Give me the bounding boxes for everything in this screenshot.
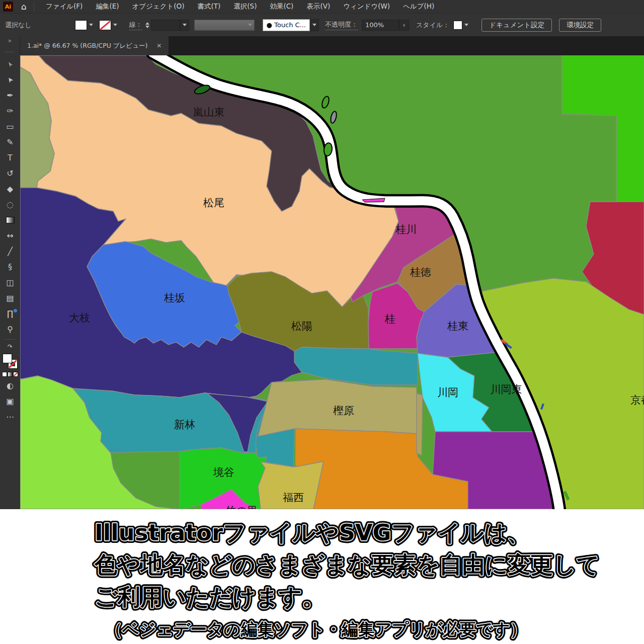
illustrator-logo-icon: Ai: [3, 2, 13, 12]
lasso-tool[interactable]: ◌: [2, 197, 19, 212]
menu-separator: [34, 2, 34, 11]
edit-toolbar-icon[interactable]: ⋯: [2, 409, 19, 425]
menu-select[interactable]: 選択(S): [227, 2, 263, 11]
stroke-weight-label[interactable]: 線：: [129, 20, 142, 30]
menu-effect[interactable]: 効果(C): [263, 2, 300, 11]
label-takenosato: 竹の里: [225, 505, 258, 509]
document-tab-title: 1.ai* @ 66.67 % (RGB/CPU プレビュー): [27, 42, 147, 50]
menu-help[interactable]: ヘルプ(H): [396, 2, 441, 11]
caption-line-2: 色や地名などのさまざまな要素を自由に変更して: [94, 551, 600, 578]
expand-panel-icon[interactable]: »: [8, 37, 12, 44]
label-shinrin: 新林: [174, 419, 195, 431]
pen-tool[interactable]: ✒: [2, 88, 19, 103]
stroke-weight-dropdown[interactable]: [180, 20, 189, 31]
tab-bar: » ⋯⋯ 1.ai* @ 66.67 % (RGB/CPU プレビュー) ✕: [0, 36, 644, 55]
label-katsurazaka: 桂坂: [164, 292, 185, 304]
perspective-active-dot: [14, 309, 17, 312]
opacity-field[interactable]: 100%: [362, 20, 399, 31]
artboard-tool[interactable]: ▤: [2, 290, 19, 306]
width-tool[interactable]: ↔: [2, 228, 19, 244]
zoom-tool[interactable]: ⚲: [2, 321, 19, 337]
menu-bar: Ai ⌂ ファイル(F) 編集(E) オブジェクト(O) 書式(T) 選択(S)…: [0, 0, 644, 13]
style-swatch[interactable]: [453, 21, 462, 30]
stroke-color-dropdown[interactable]: [111, 20, 119, 30]
caption-line-1: IllustratorファイルやSVGファイルは、: [95, 519, 530, 546]
selection-tool[interactable]: ➣: [2, 56, 19, 72]
style-label: スタイル：: [416, 21, 449, 30]
label-kawaoka: 川岡: [437, 386, 458, 398]
menu-view[interactable]: 表示(V): [300, 2, 337, 11]
fill-white-swatch[interactable]: [3, 354, 12, 363]
label-oe: 大枝: [69, 312, 90, 324]
label-shoyo: 松陽: [291, 320, 312, 332]
eraser-tool[interactable]: ◆: [2, 181, 19, 197]
rotate-tool[interactable]: ↺: [2, 166, 19, 181]
opacity-expand-arrow[interactable]: ›: [399, 20, 409, 31]
caption-line-3: ご利用いただけます。: [95, 584, 325, 610]
label-matsuo: 松尾: [203, 197, 224, 209]
none-button: [13, 372, 18, 377]
preferences-button[interactable]: 環境設定: [559, 19, 601, 32]
label-katsura: 桂: [385, 313, 395, 325]
toolbar-divider: [4, 339, 17, 340]
symbol-sprayer-tool[interactable]: §: [2, 259, 19, 275]
fill-color-swatch[interactable]: [75, 20, 87, 30]
caption-text-block: IllustratorファイルやSVGファイルは、 Illustratorファイ…: [0, 509, 644, 644]
rectangle-tool[interactable]: ▭: [2, 119, 19, 134]
curvature-tool[interactable]: ✑: [2, 103, 19, 119]
brush-definition-dropdown[interactable]: [194, 20, 255, 31]
label-katsura-higashi: 桂東: [447, 320, 468, 332]
label-keitoku: 桂徳: [410, 266, 431, 278]
caption-line-4: （ベジェデータの編集ソフト・編集アプリが必要です）: [106, 619, 527, 639]
label-arashiyama-higashi: 嵐山東: [193, 106, 225, 118]
gradient-button: [8, 372, 13, 377]
swap-colors-icon[interactable]: ↷: [2, 342, 19, 352]
menu-window[interactable]: ウィンドウ(W): [337, 2, 396, 11]
artboard-canvas[interactable]: 嵐山東 松尾 桂川 桂徳 桂 桂東 桂坂 大枝 松陽 新林 境谷 福西 樫原 川…: [20, 55, 644, 509]
document-setup-button[interactable]: ドキュメント設定: [481, 19, 552, 32]
toolbar-header: » ⋯⋯: [0, 36, 20, 55]
toolbar-drag-handle-icon[interactable]: ⋯⋯: [5, 50, 15, 54]
tab-close-icon[interactable]: ✕: [156, 42, 162, 49]
shape-builder-tool[interactable]: ◫: [2, 275, 19, 290]
perspective-grid-tool[interactable]: ∏: [2, 306, 19, 321]
control-bar: 選択なし 線： ● Touch C... 不透明度： 100% › スタイル： …: [0, 13, 644, 36]
tools-panel: ➣ ➤ ✒ ✑ ▭ ✎ T ↺ ◆ ◌ ↔ ╱ § ◫ ▤ ∏ ⚲ ↷ ◐ ▣ …: [0, 55, 20, 509]
document-tab[interactable]: 1.ai* @ 66.67 % (RGB/CPU プレビュー) ✕: [20, 36, 169, 55]
label-kawaoka-higashi: 川岡東: [491, 383, 522, 395]
gradient-tool[interactable]: [2, 212, 19, 228]
color-button: [2, 372, 7, 377]
stroke-weight-field[interactable]: [151, 20, 180, 31]
menu-edit[interactable]: 編集(E): [89, 2, 125, 11]
label-fukunishi: 福西: [283, 492, 304, 504]
screen-mode-icon[interactable]: ▣: [2, 393, 19, 409]
home-icon[interactable]: ⌂: [21, 2, 27, 12]
fill-color-dropdown[interactable]: [87, 20, 95, 30]
opacity-label[interactable]: 不透明度：: [325, 20, 358, 30]
paintbrush-tool[interactable]: ✎: [2, 134, 19, 150]
region-khaki-sliver[interactable]: [417, 393, 423, 455]
selection-status: 選択なし: [5, 21, 32, 30]
caption-panel: IllustratorファイルやSVGファイルは、 Illustratorファイ…: [0, 509, 644, 644]
stroke-color-swatch[interactable]: [99, 20, 111, 30]
label-kyoto-east: 京都: [630, 394, 644, 406]
type-tool[interactable]: T: [2, 150, 19, 166]
district-map: 嵐山東 松尾 桂川 桂徳 桂 桂東 桂坂 大枝 松陽 新林 境谷 福西 樫原 川…: [20, 55, 644, 509]
menu-object[interactable]: オブジェクト(O): [125, 2, 191, 11]
menu-type[interactable]: 書式(T): [191, 2, 227, 11]
stroke-weight-stepper[interactable]: [145, 22, 149, 28]
color-mode-buttons[interactable]: [2, 372, 18, 377]
direct-selection-tool[interactable]: ➤: [2, 72, 19, 88]
fill-stroke-indicator[interactable]: [3, 354, 18, 369]
menu-file[interactable]: ファイル(F): [39, 2, 90, 11]
variable-width-dropdown[interactable]: [310, 19, 319, 31]
draw-mode-icon[interactable]: ◐: [2, 378, 19, 393]
eyedropper-tool[interactable]: ╱: [2, 244, 19, 259]
label-katsuragawa: 桂川: [395, 223, 417, 235]
label-katsuhara: 樫原: [333, 405, 354, 417]
label-sakaidani: 境谷: [213, 466, 234, 478]
variable-width-profile[interactable]: ● Touch C...: [263, 19, 310, 31]
style-dropdown[interactable]: [462, 20, 470, 30]
